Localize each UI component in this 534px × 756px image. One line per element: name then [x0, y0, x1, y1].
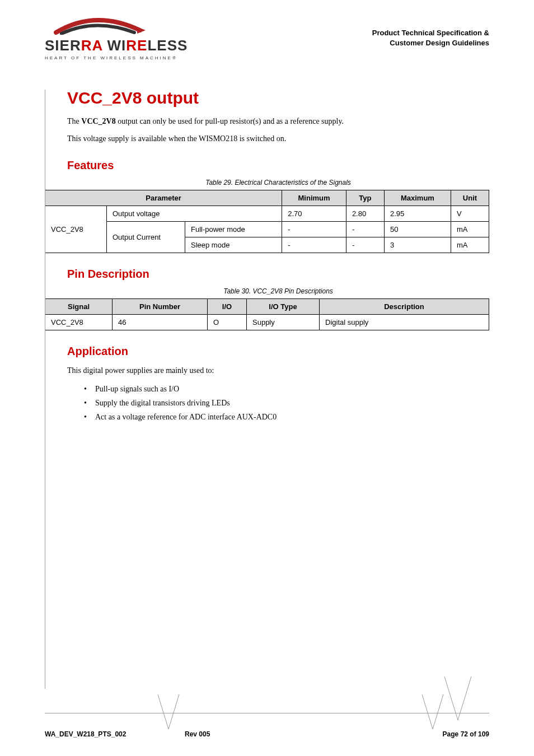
- sierra-swoosh-icon: [45, 17, 146, 35]
- page-footer: WA_DEV_W218_PTS_002 Rev 005 Page 72 of 1…: [0, 730, 534, 738]
- footer-v-icon: [157, 693, 180, 731]
- td-typ: -: [346, 222, 384, 237]
- td-io: O: [208, 315, 247, 330]
- table-row: Output Current Full-power mode - - 50 mA: [45, 222, 489, 237]
- th-description: Description: [320, 299, 489, 315]
- td-unit: mA: [451, 237, 489, 253]
- td-max: 50: [384, 222, 451, 237]
- footer-center: Rev 005: [185, 730, 210, 738]
- table-row: Signal Pin Number I/O I/O Type Descripti…: [45, 299, 489, 315]
- td-fullpower: Full-power mode: [185, 222, 282, 237]
- logo-part: LESS: [147, 37, 188, 54]
- intro1-b: VCC_2V8: [81, 117, 115, 125]
- th-typ: Typ: [346, 190, 384, 206]
- logo-part: WI: [102, 37, 126, 54]
- list-item: Pull-up signals such as I/O: [84, 382, 489, 396]
- th-signal: Signal: [45, 299, 113, 315]
- header-right: Product Technical Specification & Custom…: [372, 17, 489, 48]
- td-signal: VCC_2V8: [45, 315, 113, 330]
- page-header: SIERRA WIRELESS HEART OF THE WIRELESS MA…: [0, 0, 534, 66]
- list-item: Act as a voltage reference for ADC inter…: [84, 410, 489, 424]
- logo-part-red: RA: [81, 37, 103, 54]
- application-heading: Application: [67, 345, 489, 358]
- table-row: VCC_2V8 46 O Supply Digital supply: [45, 315, 489, 330]
- th-parameter: Parameter: [45, 190, 282, 206]
- page-content: VCC_2V8 output The VCC_2V8 output can on…: [0, 66, 534, 424]
- logo-part-red: RE: [126, 37, 147, 54]
- header-right-line1: Product Technical Specification &: [372, 28, 489, 38]
- table-29: Parameter Minimum Typ Maximum Unit VCC_2…: [45, 190, 489, 253]
- td-max: 3: [384, 237, 451, 253]
- features-heading: Features: [67, 159, 489, 172]
- table30-caption: Table 30. VCC_2V8 Pin Descriptions: [67, 287, 489, 295]
- table-row: Parameter Minimum Typ Maximum Unit: [45, 190, 489, 206]
- logo-text: SIERRA WIRELESS: [45, 37, 188, 54]
- td-typ: 2.80: [346, 206, 384, 222]
- header-right-line2: Customer Design Guidelines: [372, 38, 489, 48]
- footer-v-icon: [443, 675, 472, 722]
- td-min: -: [282, 222, 346, 237]
- td-pin: 46: [113, 315, 208, 330]
- logo-block: SIERRA WIRELESS HEART OF THE WIRELESS MA…: [45, 17, 188, 60]
- pin-description-heading: Pin Description: [67, 268, 489, 281]
- footer-v-icon: [421, 693, 444, 731]
- footer-left: WA_DEV_W218_PTS_002: [45, 730, 126, 738]
- td-group: VCC_2V8: [45, 206, 107, 253]
- td-output-current: Output Current: [107, 222, 185, 253]
- th-io: I/O: [208, 299, 247, 315]
- logo-tagline: HEART OF THE WIRELESS MACHINE®: [45, 55, 177, 60]
- td-iotype: Supply: [247, 315, 320, 330]
- td-min: -: [282, 237, 346, 253]
- table-30: Signal Pin Number I/O I/O Type Descripti…: [45, 298, 489, 330]
- list-item: Supply the digital transistors driving L…: [84, 396, 489, 410]
- intro-paragraph-1: The VCC_2V8 output can only be used for …: [67, 115, 489, 127]
- td-output-voltage: Output voltage: [107, 206, 282, 222]
- th-io-type: I/O Type: [247, 299, 320, 315]
- th-maximum: Maximum: [384, 190, 451, 206]
- side-rule: [45, 90, 45, 689]
- td-min: 2.70: [282, 206, 346, 222]
- footer-right: Page 72 of 109: [443, 730, 489, 738]
- td-unit: V: [451, 206, 489, 222]
- table29-caption: Table 29. Electrical Characteristics of …: [67, 179, 489, 186]
- intro1-a: The: [67, 117, 81, 125]
- logo-part: SIER: [45, 37, 81, 54]
- logo-swoosh: [45, 17, 146, 35]
- th-minimum: Minimum: [282, 190, 346, 206]
- intro1-c: output can only be used for pull-up resi…: [116, 117, 344, 125]
- application-intro: This digital power supplies are mainly u…: [67, 365, 489, 376]
- td-sleep: Sleep mode: [185, 237, 282, 253]
- footer-rule: [45, 713, 489, 713]
- th-pin-number: Pin Number: [113, 299, 208, 315]
- th-unit: Unit: [451, 190, 489, 206]
- application-bullets: Pull-up signals such as I/O Supply the d…: [67, 382, 489, 424]
- page-title: VCC_2V8 output: [67, 88, 489, 108]
- table-row: VCC_2V8 Output voltage 2.70 2.80 2.95 V: [45, 206, 489, 222]
- td-typ: -: [346, 237, 384, 253]
- td-desc: Digital supply: [320, 315, 489, 330]
- td-unit: mA: [451, 222, 489, 237]
- intro-paragraph-2: This voltage supply is available when th…: [67, 133, 489, 144]
- svg-marker-0: [137, 27, 146, 34]
- td-max: 2.95: [384, 206, 451, 222]
